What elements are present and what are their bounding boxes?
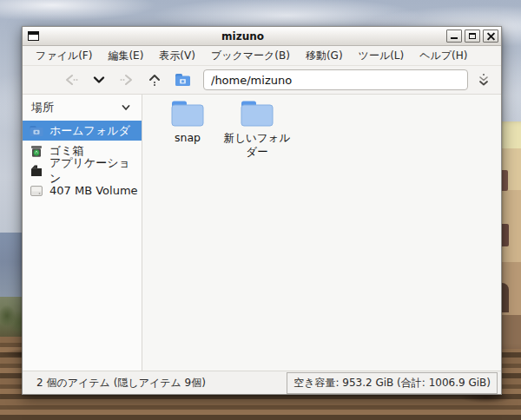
back-icon [63, 71, 80, 89]
menu-tools[interactable]: ツール(L) [351, 46, 412, 66]
minimize-icon [451, 33, 458, 39]
path-input[interactable] [203, 69, 468, 90]
jump-to-button[interactable] [473, 69, 494, 90]
folder-icon [170, 99, 205, 128]
up-button[interactable] [144, 69, 165, 90]
file-manager-window: mizuno ファイル(F) 編集(E) 表示(V) ブックマーク(B) 移動(… [22, 26, 502, 395]
home-folder-icon [30, 124, 43, 138]
file-name: 新しいフォルダー [223, 131, 291, 158]
status-bar: 2 個のアイテム (隠しアイテム 9個) 空き容量: 953.2 GiB (合計… [23, 371, 501, 394]
file-name: snap [175, 131, 201, 145]
free-space-text: 空き容量: 953.2 GiB (合計: 1006.9 GiB) [287, 372, 498, 394]
item-count-text: 2 個のアイテム (隠しアイテム 9個) [36, 376, 287, 390]
menu-go[interactable]: 移動(G) [298, 46, 351, 66]
menu-view[interactable]: 表示(V) [151, 46, 203, 66]
places-header[interactable]: 場所 [23, 95, 142, 121]
menu-bookmarks[interactable]: ブックマーク(B) [203, 46, 298, 66]
close-button[interactable] [483, 30, 498, 43]
home-folder-icon [175, 73, 191, 87]
trash-icon [30, 144, 43, 158]
file-folder-snap[interactable]: snap [153, 99, 222, 145]
sidebar-item-applications[interactable]: アプリケーション [23, 161, 142, 180]
places-header-label: 場所 [31, 100, 54, 115]
file-folder-new[interactable]: 新しいフォルダー [222, 99, 292, 158]
sidebar-item-label: 407 MB Volume [49, 184, 138, 197]
menu-bar: ファイル(F) 編集(E) 表示(V) ブックマーク(B) 移動(G) ツール(… [23, 46, 501, 66]
chevron-down-icon [121, 102, 131, 113]
sidebar-item-home[interactable]: ホームフォルダ [23, 121, 142, 141]
maximize-button[interactable] [465, 30, 480, 43]
folder-icon [240, 99, 274, 128]
home-button[interactable] [172, 69, 193, 90]
places-sidebar: 場所 ホームフォルダ [23, 95, 142, 371]
close-icon [487, 32, 495, 40]
file-view[interactable]: snap 新しいフォルダー [142, 95, 501, 371]
sidebar-item-label: ホームフォルダ [49, 123, 130, 139]
menu-edit[interactable]: 編集(E) [100, 46, 151, 66]
forward-icon [118, 71, 135, 89]
maximize-icon [469, 33, 476, 39]
minimize-button[interactable] [446, 30, 462, 43]
window-title: mizuno [42, 30, 444, 43]
history-dropdown-button[interactable] [89, 69, 109, 90]
title-bar[interactable]: mizuno [23, 27, 501, 46]
toolbar [23, 66, 501, 95]
back-button[interactable] [61, 69, 82, 90]
applications-icon [30, 164, 43, 178]
window-menu-icon[interactable] [28, 31, 39, 41]
menu-file[interactable]: ファイル(F) [28, 46, 100, 66]
jump-to-icon [475, 71, 492, 89]
drive-icon [30, 184, 43, 198]
up-arrow-icon [146, 71, 163, 89]
chevron-down-icon [91, 72, 107, 88]
menu-help[interactable]: ヘルプ(H) [412, 46, 475, 66]
content-area: 場所 ホームフォルダ [23, 95, 501, 371]
forward-button[interactable] [116, 69, 137, 90]
desktop-background: mizuno ファイル(F) 編集(E) 表示(V) ブックマーク(B) 移動(… [0, 0, 521, 420]
sidebar-item-volume[interactable]: 407 MB Volume [23, 180, 142, 200]
